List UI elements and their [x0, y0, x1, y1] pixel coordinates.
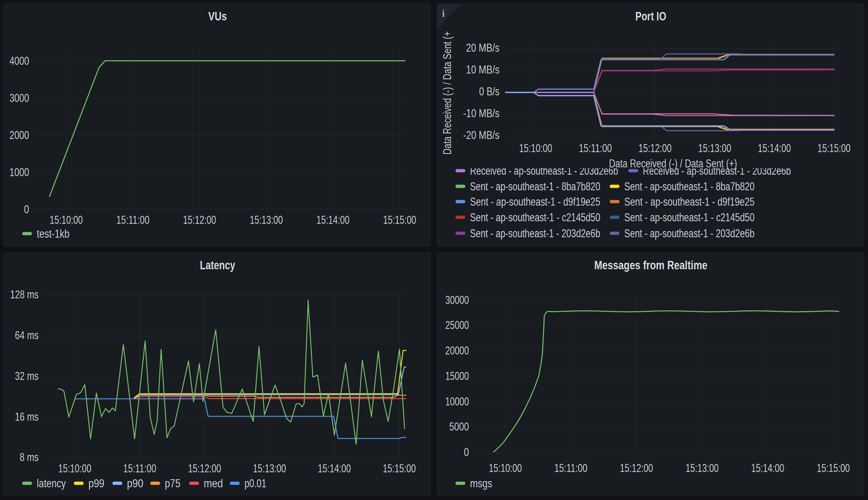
svg-text:15:10:00: 15:10:00	[489, 462, 522, 475]
svg-text:10000: 10000	[445, 395, 469, 408]
svg-text:15:11:00: 15:11:00	[116, 214, 150, 226]
svg-text:p90: p90	[127, 477, 143, 490]
svg-text:15:13:00: 15:13:00	[250, 214, 283, 226]
svg-text:15000: 15000	[445, 370, 469, 382]
svg-text:Port IO: Port IO	[636, 9, 666, 23]
svg-text:32 ms: 32 ms	[15, 370, 39, 382]
svg-text:Sent - ap-southeast-1 - 203d2e: Sent - ap-southeast-1 - 203d2e6b	[624, 227, 754, 240]
svg-text:3000: 3000	[9, 92, 29, 104]
svg-text:20000: 20000	[445, 344, 469, 357]
svg-text:p75: p75	[165, 477, 180, 490]
svg-text:test-1kb: test-1kb	[37, 227, 69, 240]
svg-text:Sent - ap-southeast-1 - 8ba7b8: Sent - ap-southeast-1 - 8ba7b820	[624, 180, 754, 193]
svg-text:p99: p99	[88, 477, 104, 490]
svg-text:15:13:00: 15:13:00	[698, 142, 731, 155]
svg-text:Sent - ap-southeast-1 - 8ba7b8: Sent - ap-southeast-1 - 8ba7b820	[470, 180, 600, 193]
svg-text:25000: 25000	[445, 319, 469, 332]
svg-text:15:14:00: 15:14:00	[318, 462, 351, 475]
svg-text:i: i	[442, 8, 445, 19]
svg-text:Data Received (-) / Data Sent: Data Received (-) / Data Sent (+)	[609, 157, 737, 170]
svg-text:Sent - ap-southeast-1 - c2145d: Sent - ap-southeast-1 - c2145d50	[470, 211, 600, 224]
svg-text:15:15:00: 15:15:00	[383, 462, 416, 475]
svg-text:latency: latency	[37, 477, 66, 490]
svg-text:15:10:00: 15:10:00	[519, 142, 552, 155]
svg-text:30000: 30000	[445, 294, 469, 306]
svg-text:64 ms: 64 ms	[15, 329, 39, 342]
svg-text:0: 0	[24, 203, 29, 216]
svg-text:med: med	[204, 477, 223, 490]
svg-text:Sent - ap-southeast-1 - c2145d: Sent - ap-southeast-1 - c2145d50	[624, 211, 754, 224]
svg-text:15:13:00: 15:13:00	[253, 462, 286, 475]
svg-text:Data Received (-) / Data Sent: Data Received (-) / Data Sent (+	[441, 31, 454, 155]
svg-text:Sent - ap-southeast-1 - d9f19e: Sent - ap-southeast-1 - d9f19e25	[470, 195, 600, 208]
svg-text:15:11:00: 15:11:00	[579, 142, 612, 155]
svg-text:15:12:00: 15:12:00	[620, 462, 653, 475]
svg-text:Received - ap-southeast-1 - 20: Received - ap-southeast-1 - 203d2e6b	[470, 164, 618, 177]
svg-text:Latency: Latency	[200, 258, 236, 272]
svg-text:2000: 2000	[9, 129, 29, 142]
svg-text:15:13:00: 15:13:00	[685, 462, 718, 475]
svg-text:15:14:00: 15:14:00	[316, 214, 350, 226]
svg-text:15:15:00: 15:15:00	[817, 142, 851, 155]
svg-text:15:14:00: 15:14:00	[758, 142, 791, 155]
svg-text:-20 MB/s: -20 MB/s	[463, 129, 499, 142]
svg-text:0 B/s: 0 B/s	[479, 85, 499, 98]
svg-text:VUs: VUs	[208, 9, 227, 23]
svg-text:Messages from Realtime: Messages from Realtime	[594, 258, 708, 272]
svg-text:1000: 1000	[9, 166, 29, 179]
svg-text:128 ms: 128 ms	[10, 288, 39, 301]
svg-text:15:12:00: 15:12:00	[188, 462, 221, 475]
svg-text:15:15:00: 15:15:00	[817, 462, 850, 475]
svg-text:15:14:00: 15:14:00	[751, 462, 784, 475]
svg-text:msgs: msgs	[470, 477, 492, 490]
svg-text:15:11:00: 15:11:00	[554, 462, 588, 475]
svg-text:4000: 4000	[9, 55, 29, 67]
svg-text:-10 MB/s: -10 MB/s	[463, 107, 499, 120]
svg-text:15:10:00: 15:10:00	[58, 462, 91, 475]
svg-text:10 MB/s: 10 MB/s	[466, 63, 499, 76]
svg-text:20 MB/s: 20 MB/s	[466, 41, 499, 54]
svg-text:15:12:00: 15:12:00	[638, 142, 672, 155]
svg-text:15:10:00: 15:10:00	[50, 214, 83, 226]
svg-text:8 ms: 8 ms	[20, 451, 39, 464]
svg-text:16 ms: 16 ms	[15, 410, 39, 423]
svg-text:15:11:00: 15:11:00	[123, 462, 156, 475]
svg-text:Sent - ap-southeast-1 - d9f19e: Sent - ap-southeast-1 - d9f19e25	[624, 195, 754, 208]
svg-text:Sent - ap-southeast-1 - 203d2e: Sent - ap-southeast-1 - 203d2e6b	[470, 227, 600, 240]
svg-text:0: 0	[464, 446, 469, 459]
svg-text:p0.01: p0.01	[244, 477, 266, 490]
svg-text:15:12:00: 15:12:00	[183, 214, 216, 226]
svg-text:5000: 5000	[449, 420, 469, 433]
svg-text:15:15:00: 15:15:00	[383, 214, 416, 226]
